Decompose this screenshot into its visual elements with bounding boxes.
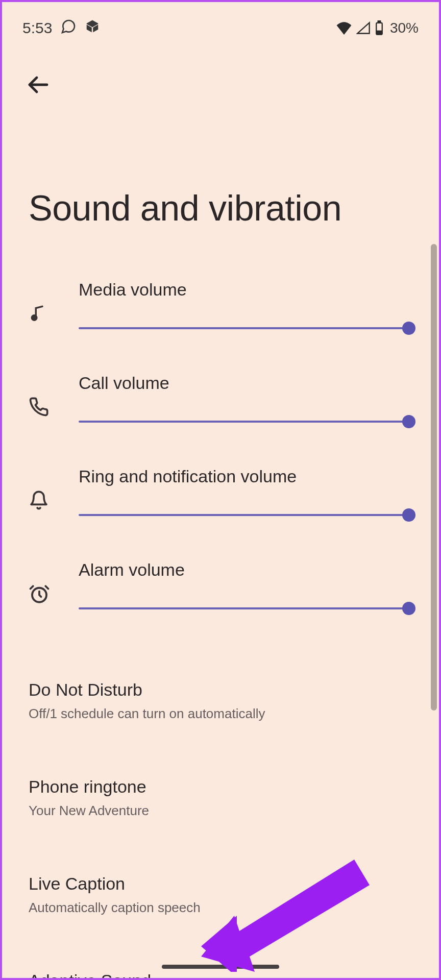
- battery-percent: 30%: [390, 20, 419, 36]
- status-bar: 5:53 30: [2, 2, 439, 43]
- arrow-left-icon: [26, 72, 50, 97]
- slider-thumb[interactable]: [402, 508, 415, 522]
- list-item-title: Live Caption: [29, 874, 412, 894]
- slider-thumb[interactable]: [402, 322, 415, 335]
- volume-sliders: Media volume Call volume Ring and: [2, 229, 439, 609]
- list-item-sub: Your New Adventure: [29, 803, 412, 819]
- gesture-nav-bar[interactable]: [162, 965, 279, 969]
- slider-thumb[interactable]: [402, 415, 415, 428]
- signal-icon: [356, 21, 371, 35]
- alarm-volume-label: Alarm volume: [79, 560, 409, 580]
- svg-rect-2: [377, 31, 381, 34]
- slider-thumb[interactable]: [402, 602, 415, 615]
- back-button[interactable]: [21, 68, 54, 101]
- list-item-title: Do Not Disturb: [29, 680, 412, 700]
- alarm-volume-slider[interactable]: [79, 607, 409, 609]
- battery-icon: [375, 20, 384, 36]
- status-time: 5:53: [22, 19, 52, 37]
- call-volume-slider[interactable]: [79, 421, 409, 423]
- ring-volume-label: Ring and notification volume: [79, 467, 409, 486]
- page-title: Sound and vibration: [2, 101, 439, 229]
- do-not-disturb-item[interactable]: Do Not Disturb Off/1 schedule can turn o…: [29, 666, 412, 738]
- list-item-sub: Automatically caption speech: [29, 900, 412, 916]
- media-volume-row: Media volume: [29, 280, 409, 329]
- alarm-volume-row: Alarm volume: [29, 560, 409, 609]
- call-volume-label: Call volume: [79, 373, 409, 393]
- music-note-icon: [29, 303, 53, 325]
- svg-point-4: [32, 315, 37, 321]
- scrollbar[interactable]: [431, 244, 437, 710]
- phone-icon: [29, 397, 53, 419]
- settings-list: Do Not Disturb Off/1 schedule can turn o…: [2, 635, 439, 980]
- live-caption-item[interactable]: Live Caption Automatically caption speec…: [29, 860, 412, 932]
- whatsapp-icon: [60, 18, 77, 38]
- media-volume-label: Media volume: [79, 280, 409, 300]
- phone-ringtone-item[interactable]: Phone ringtone Your New Adventure: [29, 763, 412, 835]
- bell-icon: [29, 490, 53, 512]
- alarm-clock-icon: [29, 583, 53, 607]
- ring-volume-row: Ring and notification volume: [29, 467, 409, 516]
- svg-rect-1: [378, 21, 381, 22]
- call-volume-row: Call volume: [29, 373, 409, 423]
- wifi-icon: [336, 21, 352, 35]
- list-item-sub: Off/1 schedule can turn on automatically: [29, 706, 412, 722]
- media-volume-slider[interactable]: [79, 327, 409, 329]
- package-icon: [85, 19, 100, 38]
- ring-volume-slider[interactable]: [79, 514, 409, 516]
- list-item-title: Phone ringtone: [29, 777, 412, 797]
- list-item-title: Adaptive Sound: [29, 971, 412, 980]
